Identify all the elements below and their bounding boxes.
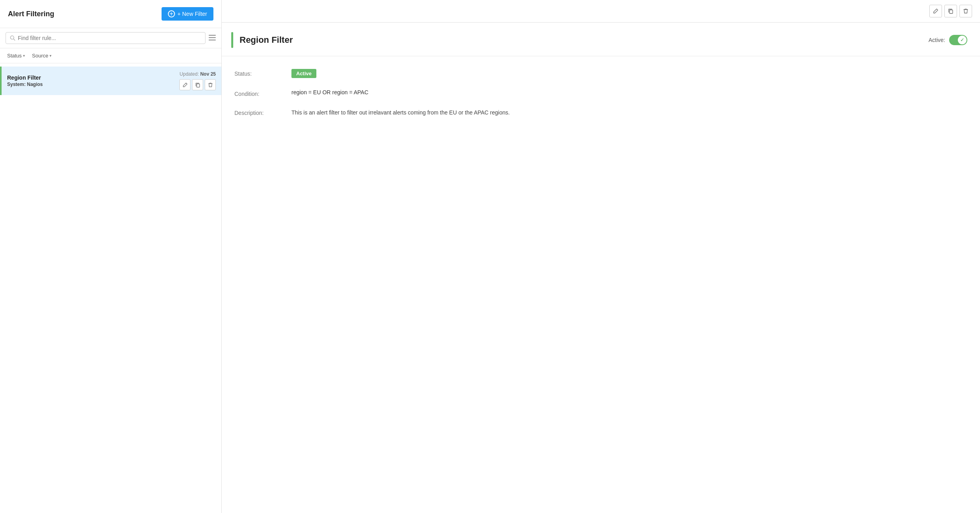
- search-input[interactable]: [18, 35, 201, 41]
- left-header: Alert Filtering + + New Filter: [0, 0, 221, 28]
- filter-list: Region Filter System: Nagios Updated: No…: [0, 63, 221, 513]
- filter-item-name: Region Filter: [7, 74, 179, 81]
- toolbar-copy-button[interactable]: [944, 5, 957, 17]
- detail-header: Region Filter Active: ✓: [222, 23, 980, 56]
- list-view-icon[interactable]: [209, 34, 216, 42]
- toolbar-delete-button[interactable]: [959, 5, 972, 17]
- active-toggle[interactable]: ✓: [949, 35, 967, 45]
- filter-item-updated: Updated: Nov 25: [179, 71, 216, 77]
- toggle-knob: ✓: [958, 36, 967, 44]
- description-row: Description: This is an alert filter to …: [234, 108, 967, 117]
- svg-rect-3: [209, 37, 216, 38]
- toolbar-edit-button[interactable]: [929, 5, 942, 17]
- left-panel: Alert Filtering + + New Filter: [0, 0, 222, 513]
- filter-tags-row: Status ▾ Source ▾: [0, 48, 221, 63]
- right-toolbar: [222, 0, 980, 23]
- status-row: Status: Active: [234, 69, 967, 78]
- svg-rect-5: [196, 84, 199, 87]
- detail-accent-bar: [231, 32, 233, 48]
- source-filter-tag[interactable]: Source ▾: [30, 51, 53, 60]
- detail-header-left: Region Filter: [231, 32, 293, 48]
- filter-item-meta: Updated: Nov 25: [179, 71, 216, 90]
- detail-title: Region Filter: [240, 35, 293, 45]
- copy-filter-button[interactable]: [192, 79, 203, 90]
- search-input-wrapper: [6, 32, 206, 44]
- new-filter-label: + New Filter: [177, 11, 207, 17]
- condition-row: Condition: region = EU OR region = APAC: [234, 89, 967, 97]
- status-chevron-icon: ▾: [23, 53, 25, 58]
- status-filter-tag[interactable]: Status ▾: [6, 51, 27, 60]
- svg-line-1: [13, 39, 15, 40]
- search-bar-row: [0, 28, 221, 48]
- condition-value: region = EU OR region = APAC: [291, 89, 967, 95]
- edit-filter-button[interactable]: [179, 79, 190, 90]
- list-item[interactable]: Region Filter System: Nagios Updated: No…: [0, 67, 221, 95]
- filter-item-content: Region Filter System: Nagios: [7, 74, 179, 87]
- active-toggle-row: Active: ✓: [929, 35, 967, 45]
- filter-item-actions: [179, 79, 216, 90]
- right-panel: Region Filter Active: ✓ Status:: [222, 0, 980, 513]
- svg-rect-6: [950, 10, 953, 13]
- status-badge: Active: [291, 69, 316, 78]
- plus-circle-icon: +: [168, 10, 175, 17]
- description-value: This is an alert filter to filter out ir…: [291, 108, 967, 117]
- toggle-check-icon: ✓: [960, 37, 964, 43]
- status-label: Status:: [234, 69, 282, 77]
- page-title: Alert Filtering: [8, 10, 54, 18]
- active-label: Active:: [929, 37, 945, 43]
- search-icon: [10, 35, 15, 41]
- detail-panel: Region Filter Active: ✓ Status:: [222, 23, 980, 513]
- detail-body: Status: Active Condition: region = EU OR…: [222, 56, 980, 130]
- svg-rect-4: [209, 40, 216, 40]
- new-filter-button[interactable]: + + New Filter: [162, 7, 213, 21]
- filter-item-system: System: Nagios: [7, 82, 179, 87]
- description-label: Description:: [234, 108, 282, 116]
- svg-rect-2: [209, 35, 216, 36]
- status-value: Active: [291, 69, 967, 78]
- source-chevron-icon: ▾: [49, 53, 51, 58]
- delete-filter-button[interactable]: [205, 79, 216, 90]
- condition-label: Condition:: [234, 89, 282, 97]
